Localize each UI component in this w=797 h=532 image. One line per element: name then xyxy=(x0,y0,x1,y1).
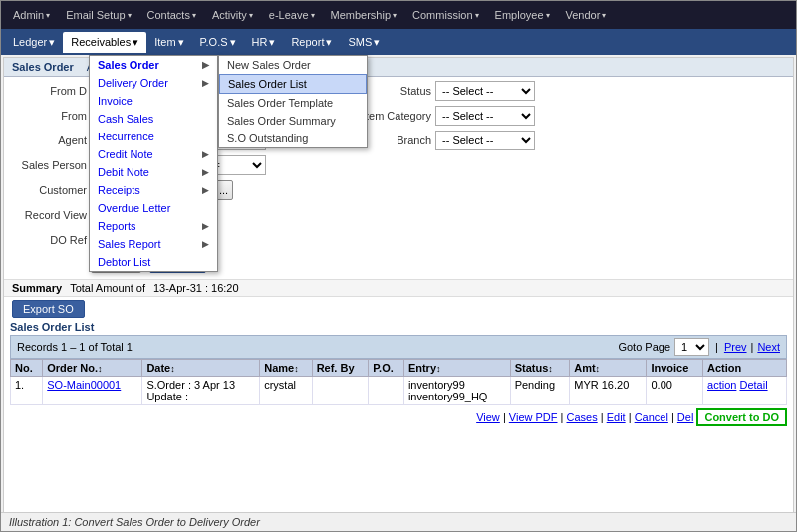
branch-select[interactable]: -- Select -- xyxy=(435,131,535,150)
cell-status: Pending xyxy=(510,377,570,405)
menu-receipts[interactable]: Receipts ▶ xyxy=(90,181,217,199)
nav-employee-label: Employee xyxy=(495,9,544,21)
next-link[interactable]: Next xyxy=(757,341,780,353)
del-link[interactable]: Del xyxy=(677,411,694,423)
status-select[interactable]: -- Select -- xyxy=(435,81,535,101)
entry1: inventory99 xyxy=(408,379,506,391)
page-select[interactable]: 1 xyxy=(674,338,709,356)
menu-credit-note-label: Credit Note xyxy=(98,148,153,160)
menu-sales-report[interactable]: Sales Report ▶ xyxy=(90,235,217,253)
edit-link[interactable]: Edit xyxy=(607,411,626,423)
nav-commission-label: Commission xyxy=(412,9,473,21)
branch-row: Branch -- Select -- xyxy=(347,131,535,150)
menu-receipts-label: Receipts xyxy=(98,184,140,196)
nav-commission[interactable]: Commission ▾ xyxy=(404,5,487,25)
records-bar: Records 1 – 1 of Total 1 Goto Page 1 | P… xyxy=(10,335,787,359)
from-label: From xyxy=(12,110,87,122)
menu-overdue-letter[interactable]: Overdue Letter xyxy=(90,199,217,217)
nav-item[interactable]: Item ▾ xyxy=(146,32,191,53)
nav-activity-label: Activity xyxy=(212,9,247,21)
view-pdf-link[interactable]: View PDF xyxy=(509,411,558,423)
item-category-select[interactable]: -- Select -- xyxy=(435,106,535,126)
nav-vendor[interactable]: Vendor ▾ xyxy=(558,5,615,25)
menu-invoice[interactable]: Invoice xyxy=(90,92,217,110)
menu-reports[interactable]: Reports ▶ xyxy=(90,217,217,235)
total-label: Total Amount of xyxy=(70,282,145,294)
receipts-sub-arrow: ▶ xyxy=(202,185,209,195)
receivables-dropdown: Sales Order ▶ Delivery Order ▶ Invoice C… xyxy=(89,55,218,272)
bottom-links: View | View PDF | Cases | Edit | Cancel … xyxy=(10,405,787,429)
nav-sms-arrow: ▾ xyxy=(374,36,380,49)
nav-report-arrow: ▾ xyxy=(326,36,332,49)
nav-activity[interactable]: Activity ▾ xyxy=(204,5,261,25)
prev-link[interactable]: Prev xyxy=(724,341,747,353)
nav-pos[interactable]: P.O.S ▾ xyxy=(192,32,244,53)
nav-contacts[interactable]: Contacts ▾ xyxy=(139,5,204,25)
sales-report-sub-arrow: ▶ xyxy=(202,239,209,249)
submenu-sales-order-template[interactable]: Sales Order Template xyxy=(219,94,367,112)
export-button[interactable]: Export SO xyxy=(12,300,85,318)
nav-report[interactable]: Report ▾ xyxy=(283,32,340,53)
goto-page-label: Goto Page xyxy=(618,341,670,353)
sales-order-sub-arrow: ▶ xyxy=(202,60,209,70)
summary-label: Summary xyxy=(12,282,62,294)
submenu-sales-order-summary[interactable]: Sales Order Summary xyxy=(219,112,367,130)
nav-admin[interactable]: Admin ▾ xyxy=(5,5,58,25)
col-status: Status↕ xyxy=(510,360,570,377)
menu-delivery-order[interactable]: Delivery Order ▶ xyxy=(90,74,217,92)
main-window: Admin ▾ Email Setup ▾ Contacts ▾ Activit… xyxy=(0,0,797,532)
separator: | xyxy=(715,341,718,353)
cell-action: action Detail xyxy=(703,377,787,405)
view-link[interactable]: View xyxy=(476,411,500,423)
nav-ledger-label: Ledger xyxy=(13,36,47,48)
date-sorder: S.Order : 3 Apr 13 xyxy=(146,379,255,391)
nav-membership[interactable]: Membership ▾ xyxy=(323,5,405,25)
menu-debtor-list[interactable]: Debtor List xyxy=(90,253,217,271)
menu-sales-order-label: Sales Order xyxy=(98,59,159,71)
item-category-row: Item Category -- Select -- xyxy=(347,106,535,126)
menu-debit-note[interactable]: Debit Note ▶ xyxy=(90,163,217,181)
nav-email-setup-label: Email Setup xyxy=(66,9,125,21)
menu-sales-order[interactable]: Sales Order ▶ xyxy=(90,56,217,74)
cancel-link[interactable]: Cancel xyxy=(635,411,668,423)
submenu-so-outstanding[interactable]: S.O Outstanding xyxy=(219,130,367,147)
reports-sub-arrow: ▶ xyxy=(202,221,209,231)
nav-receivables[interactable]: Receivables ▾ xyxy=(63,32,146,53)
menu-recurrence[interactable]: Recurrence xyxy=(90,128,217,145)
menu-cash-sales-label: Cash Sales xyxy=(98,113,153,125)
nav-hr[interactable]: HR ▾ xyxy=(244,32,284,53)
col-order-no: Order No.↕ xyxy=(43,360,142,377)
nav-e-leave[interactable]: e-Leave ▾ xyxy=(261,5,323,25)
status-row: Status -- Select -- xyxy=(347,81,535,101)
table-header-row: No. Order No.↕ Date↕ Name↕ Ref. By P.O. … xyxy=(11,360,787,377)
nav-vendor-label: Vendor xyxy=(566,9,601,21)
menu-delivery-order-label: Delivery Order xyxy=(98,77,168,89)
convert-to-do-button[interactable]: Convert to DO xyxy=(696,408,787,426)
submenu-sales-order-list[interactable]: Sales Order List xyxy=(219,74,367,94)
cell-no: 1. xyxy=(11,377,43,405)
submenu-new-sales-order[interactable]: New Sales Order xyxy=(219,56,367,74)
nav-employee[interactable]: Employee ▾ xyxy=(487,5,558,25)
filter-right: Status -- Select -- Item Category -- Sel… xyxy=(347,81,535,275)
action-link[interactable]: action xyxy=(707,379,736,391)
order-no-link[interactable]: SO-Main00001 xyxy=(47,379,121,391)
nav-e-leave-arrow: ▾ xyxy=(311,11,315,20)
nav-e-leave-label: e-Leave xyxy=(269,9,309,21)
nav-sms[interactable]: SMS ▾ xyxy=(340,32,388,53)
nav-email-setup[interactable]: Email Setup ▾ xyxy=(58,5,138,25)
menu-credit-note[interactable]: Credit Note ▶ xyxy=(90,145,217,163)
nav-hr-label: HR xyxy=(252,36,268,48)
cell-name: crystal xyxy=(260,377,312,405)
cell-order-no: SO-Main00001 xyxy=(43,377,142,405)
nav-email-setup-arrow: ▾ xyxy=(128,11,132,20)
col-entry: Entry↕ xyxy=(403,360,510,377)
menu-cash-sales[interactable]: Cash Sales xyxy=(90,110,217,128)
detail-link[interactable]: Detail xyxy=(739,379,767,391)
nav-membership-arrow: ▾ xyxy=(393,11,397,20)
cases-link[interactable]: Cases xyxy=(567,411,598,423)
nav-ledger[interactable]: Ledger ▾ xyxy=(5,32,63,53)
col-ref-by: Ref. By xyxy=(312,360,369,377)
export-area: Export SO xyxy=(4,297,793,321)
sales-order-list-title: Sales Order List xyxy=(10,321,787,333)
nav-commission-arrow: ▾ xyxy=(475,11,479,20)
